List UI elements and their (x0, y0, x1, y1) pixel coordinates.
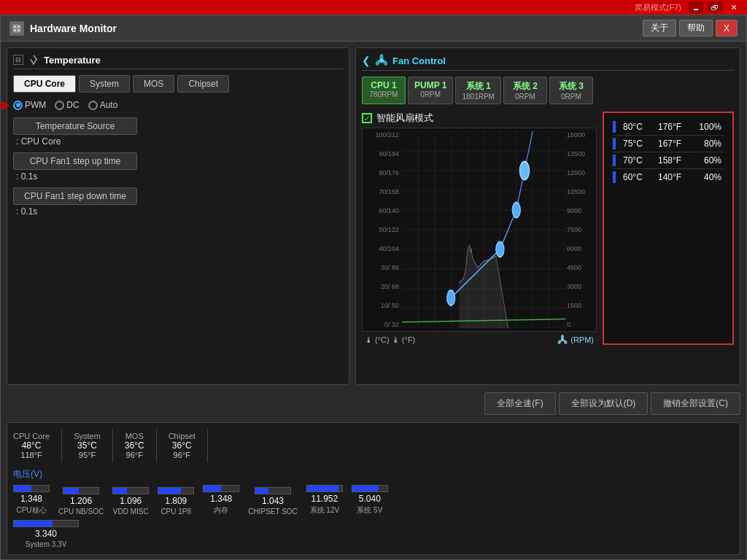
temp-point-row-4: 60°C 140°F 40% (613, 169, 724, 185)
svg-rect-4 (18, 29, 20, 31)
chart-area: ✓ 智能风扇模式 100/212 90/194 80/176 (362, 112, 597, 345)
voltage-cpu-1p8: 1.809 CPU 1P8 (158, 487, 194, 516)
title-bar: Hardware Monitor 关于 帮助 X (1, 15, 746, 42)
voltage-header: 电压(V) (13, 468, 734, 481)
voltage-bar-5v (352, 486, 379, 491)
temp-bar-1 (613, 121, 616, 133)
expand-button[interactable]: ⊟ (13, 55, 23, 65)
step-up-button[interactable]: CPU Fan1 step up time (13, 152, 137, 170)
temp-point-row-3: 70°C 158°F 60% (613, 152, 724, 169)
temp-bar-2 (613, 138, 616, 149)
tab-chipset[interactable]: Chipset (177, 75, 229, 93)
voltage-sys-12v: 11.952 系统 12V (306, 485, 343, 516)
voltage-bar-12v (307, 486, 338, 491)
fan-nav-left[interactable]: ❮ (362, 55, 371, 66)
fan-panel-title: Fan Control (392, 55, 446, 66)
voltage-cpu-nb: 1.206 CPU NB/SOC (58, 487, 104, 516)
set-default-button[interactable]: 全部设为默认(D) (559, 392, 649, 415)
close-button[interactable]: X (716, 20, 738, 36)
fan-tab-sys3[interactable]: 系统 3 0RPM (549, 77, 593, 104)
svg-rect-2 (18, 26, 20, 28)
minimize-icon[interactable]: 🗕 (689, 1, 703, 13)
chart-bottom-labels: 🌡 (°C) 🌡 (°F) (RPM) (362, 335, 597, 345)
top-bar-icons: 🗕 🗗 × (689, 1, 741, 13)
temp-mos: MOS 36°C 96°F (113, 429, 157, 462)
step-up-value: : 0.1s (13, 171, 343, 182)
step-down-button[interactable]: CPU Fan1 step down time (13, 187, 137, 205)
fan-tab-sys2[interactable]: 系统 2 0RPM (503, 77, 547, 104)
temp-source-section: Temperature Source : CPU Core (13, 117, 343, 147)
temp-chipset: Chipset 36°C 96°F (157, 429, 208, 462)
help-button[interactable]: 帮助 (679, 20, 713, 36)
svg-point-37 (496, 242, 504, 257)
cancel-button[interactable]: 撤销全部设置(C) (651, 392, 740, 415)
voltage-vdd-misc: 1.096 VDD MISC (112, 487, 149, 516)
smart-fan-header: ✓ 智能风扇模式 (362, 112, 597, 125)
temp-source-button[interactable]: Temperature Source (13, 117, 137, 135)
pwm-controls: PWM DC Auto (13, 100, 343, 110)
fan-chart[interactable]: 100/212 90/194 80/176 70/158 60/140 50/1… (362, 128, 597, 332)
about-button[interactable]: 关于 (643, 20, 676, 36)
smart-fan-title: 智能风扇模式 (376, 112, 433, 125)
temp-panel-title: Temperature (44, 55, 101, 66)
fan-panel-header: ❮ Fan Control (362, 54, 734, 71)
voltage-cpu-core: 1.348 CPU核心 (13, 485, 50, 516)
voltage-sys-33v: 3.340 System 3.3V (13, 520, 79, 548)
temperature-panel: ⊟ Temperature CPU Core System MOS Chipse… (7, 47, 349, 385)
full-speed-button[interactable]: 全部全速(F) (484, 392, 555, 415)
voltage-bars-row2: 3.340 System 3.3V (13, 520, 734, 548)
temp-points-table: 80°C 176°F 100% 75°C 167°F 80% 70° (603, 112, 734, 345)
tab-cpu-core[interactable]: CPU Core (13, 75, 76, 93)
dc-label: DC (66, 100, 79, 110)
content-area: ⊟ Temperature CPU Core System MOS Chipse… (1, 42, 746, 560)
arrow-indicator (0, 98, 9, 113)
top-bar: 简易模式(F7) 🗕 🗗 × (0, 0, 747, 15)
fan-icon (375, 54, 388, 67)
tab-mos[interactable]: MOS (133, 75, 174, 93)
main-window: Hardware Monitor 关于 帮助 X ⊟ Temperature (0, 15, 747, 560)
temp-panel-header: ⊟ Temperature (13, 54, 343, 69)
pwm-label: PWM (25, 100, 46, 110)
easy-mode-label: 简易模式(F7) (635, 2, 681, 13)
voltage-bar-cpu-core (14, 486, 31, 491)
restore-icon[interactable]: 🗗 (708, 1, 722, 13)
fan-control-panel: ❮ Fan Control CPU 1 780RPM (355, 47, 740, 385)
temp-unit-label: 🌡 (°C) 🌡 (°F) (365, 335, 415, 344)
temp-bar-3 (613, 155, 616, 166)
smart-fan-section: ✓ 智能风扇模式 100/212 90/194 80/176 (362, 112, 734, 345)
fan-tab-cpu1[interactable]: CPU 1 780RPM (362, 77, 406, 104)
temp-icon (28, 54, 39, 66)
close-top-icon[interactable]: × (727, 1, 741, 13)
chart-svg (402, 131, 565, 328)
auto-radio[interactable]: Auto (88, 100, 118, 110)
temp-point-row-1: 80°C 176°F 100% (613, 119, 724, 136)
dc-radio[interactable]: DC (55, 100, 79, 110)
voltage-bar-vdd (113, 488, 127, 494)
voltage-chipset-soc: 1.043 CHIPSET SOC (248, 487, 298, 516)
step-down-section: CPU Fan1 step down time : 0.1s (13, 187, 343, 217)
pwm-radio-inner (16, 103, 20, 107)
chart-y-right: 15000 13500 12000 10500 9000 7500 6000 4… (565, 128, 596, 331)
svg-point-7 (380, 54, 384, 60)
voltage-sys-5v: 5.040 系统 5V (352, 485, 388, 516)
voltage-bar-33v (14, 521, 53, 526)
fan-tab-sys1[interactable]: 系统 1 1801RPM (455, 77, 500, 104)
tab-system[interactable]: System (79, 75, 130, 93)
svg-point-39 (519, 162, 529, 180)
fan-tab-pump1[interactable]: PUMP 1 0RPM (408, 77, 453, 104)
app-icon (9, 21, 24, 36)
svg-point-38 (512, 203, 520, 218)
temp-point-row-2: 75°C 167°F 80% (613, 136, 724, 152)
auto-radio-circle (88, 101, 98, 110)
bottom-monitor: CPU Core 48°C 118°F System 35°C 95°F MOS… (7, 422, 740, 555)
temp-bar-4 (613, 171, 616, 183)
svg-rect-0 (12, 24, 21, 33)
step-up-section: CPU Fan1 step up time : 0.1s (13, 152, 343, 182)
pwm-radio[interactable]: PWM (13, 100, 46, 110)
top-panels: ⊟ Temperature CPU Core System MOS Chipse… (7, 47, 740, 385)
smart-fan-checkbox[interactable]: ✓ (362, 113, 372, 123)
window-title: Hardware Monitor (30, 23, 117, 34)
temp-system: System 35°C 95°F (62, 429, 113, 462)
chart-y-left: 100/212 90/194 80/176 70/158 60/140 50/1… (363, 128, 400, 331)
svg-point-36 (447, 290, 455, 306)
